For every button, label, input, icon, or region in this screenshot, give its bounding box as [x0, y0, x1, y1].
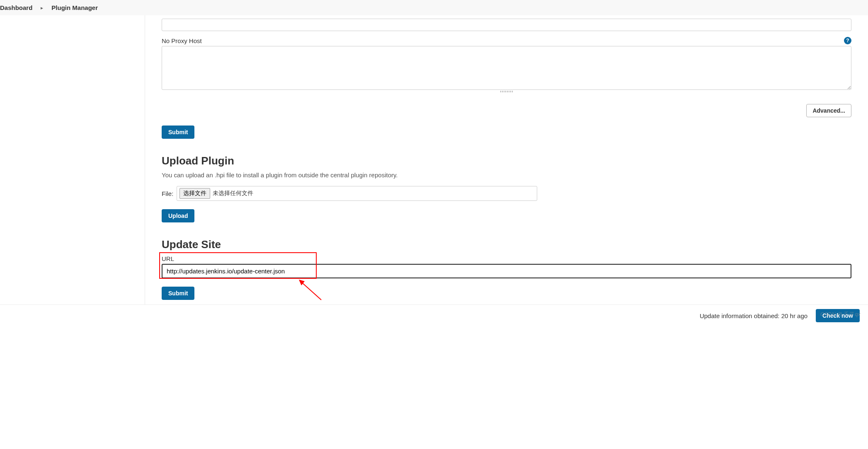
update-info-text: Update information obtained: 20 hr ago [700, 312, 807, 319]
file-status-text: 未选择任何文件 [213, 190, 253, 197]
annotation-arrow-icon [296, 277, 325, 302]
submit-update-site-button[interactable]: Submit [162, 287, 194, 300]
help-icon[interactable]: ? [844, 37, 851, 44]
sidebar [0, 15, 145, 325]
svg-marker-1 [299, 280, 305, 285]
update-site-url-input[interactable] [162, 264, 851, 278]
no-proxy-host-label-row: No Proxy Host ? [162, 37, 851, 44]
file-picker[interactable]: 选择文件 未选择任何文件 [177, 186, 537, 201]
no-proxy-host-textarea[interactable] [162, 46, 851, 90]
resize-area [162, 91, 851, 92]
svg-line-0 [301, 282, 321, 300]
main-content: No Proxy Host ? Advanced... Submit Uploa… [145, 15, 868, 325]
breadcrumb: Dashboard ▸ Plugin Manager [0, 0, 868, 15]
url-label: URL [162, 255, 851, 262]
resize-handle-icon [500, 91, 513, 92]
footer-bar: Update information obtained: 20 hr ago C… [0, 304, 868, 325]
no-proxy-host-label: No Proxy Host [162, 37, 202, 44]
advanced-button[interactable]: Advanced... [806, 104, 851, 117]
upload-button[interactable]: Upload [162, 209, 194, 222]
upload-plugin-desc: You can upload an .hpi file to install a… [162, 171, 851, 179]
check-now-button[interactable]: Check now [816, 309, 860, 322]
breadcrumb-plugin-manager[interactable]: Plugin Manager [51, 4, 98, 11]
proxy-port-input[interactable] [162, 19, 851, 31]
update-site-heading: Update Site [162, 238, 851, 251]
breadcrumb-dashboard[interactable]: Dashboard [0, 4, 32, 11]
file-label: File: [162, 190, 173, 197]
chevron-right-icon: ▸ [41, 5, 43, 11]
submit-button[interactable]: Submit [162, 126, 194, 139]
choose-file-button[interactable]: 选择文件 [179, 188, 210, 199]
upload-plugin-heading: Upload Plugin [162, 154, 851, 167]
